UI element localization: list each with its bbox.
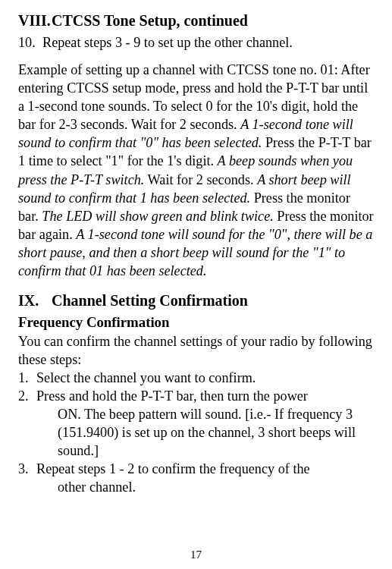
- example-italic-4: The LED will show green and blink twice.: [42, 209, 273, 224]
- list-item-continuation: other channel.: [18, 478, 374, 496]
- list-item-number: 2.: [18, 387, 36, 405]
- step-10-text: Repeat steps 3 - 9 to set up the other c…: [42, 35, 293, 50]
- section-8-title: CTCSS Tone Setup, continued: [52, 12, 248, 29]
- section-9-intro: You can confirm the channel settings of …: [18, 332, 374, 369]
- frequency-confirmation-subheading: Frequency Confirmation: [18, 313, 374, 332]
- section-9-heading: IX.Channel Setting Confirmation: [18, 291, 374, 310]
- list-item: 3.Repeat steps 1 - 2 to confirm the freq…: [18, 460, 374, 496]
- step-10-number: 10.: [18, 33, 42, 52]
- page-number: 17: [0, 548, 392, 563]
- section-9-number: IX.: [18, 291, 52, 310]
- section-9-title: Channel Setting Confirmation: [52, 292, 248, 309]
- list-item: 1.Select the channel you want to confirm…: [18, 369, 374, 387]
- section-8-number: VIII.: [18, 11, 52, 30]
- list-item-body: Repeat steps 1 - 2 to confirm the freque…: [36, 460, 362, 478]
- example-text-3: Wait for 2 seconds.: [144, 172, 257, 187]
- section-8-heading: VIII.CTCSS Tone Setup, continued: [18, 11, 374, 30]
- list-item: 2.Press and hold the P-T-T bar, then tur…: [18, 387, 374, 460]
- list-item-number: 3.: [18, 460, 36, 478]
- list-item-body: Press and hold the P-T-T bar, then turn …: [36, 387, 362, 405]
- list-item-body: Select the channel you want to confirm.: [36, 369, 362, 387]
- list-item-continuation: ON. The beep pattern will sound. [i.e.- …: [18, 405, 374, 460]
- step-10: 10.Repeat steps 3 - 9 to set up the othe…: [18, 33, 374, 52]
- list-item-number: 1.: [18, 369, 36, 387]
- example-paragraph: Example of setting up a channel with CTC…: [18, 61, 374, 279]
- section-9-list: 1.Select the channel you want to confirm…: [18, 369, 374, 496]
